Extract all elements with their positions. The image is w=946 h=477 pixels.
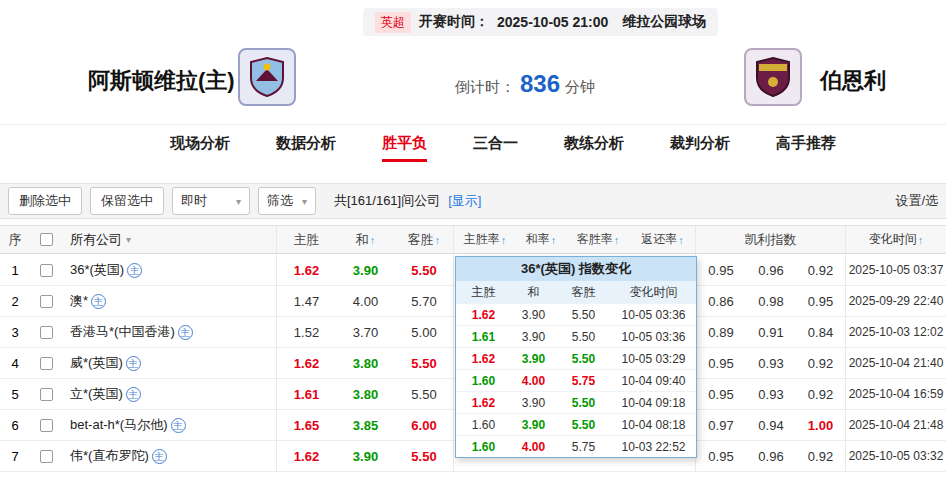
company-name[interactable]: 36*(英国)	[70, 261, 124, 279]
nav-tab-live-analysis[interactable]: 现场分析	[170, 125, 230, 162]
header-return-rate[interactable]: 返还率 ↑	[630, 226, 696, 253]
popup-odds-value: 5.50	[572, 352, 595, 366]
header-company[interactable]: 所有公司 ▾	[62, 226, 277, 253]
popup-odds-cell: 5.50	[556, 330, 611, 344]
odds-cell-home[interactable]: 1.65	[277, 410, 336, 440]
header-draw-rate[interactable]: 和率 ↑	[516, 226, 566, 253]
company-cell[interactable]: 伟*(直布罗陀)主	[62, 441, 277, 471]
odds-cell-away[interactable]: 5.50	[395, 379, 454, 409]
row-seq: 1	[0, 255, 30, 285]
odds-value: 3.80	[353, 387, 378, 402]
nav-tab-three-in-one[interactable]: 三合一	[473, 125, 518, 162]
popup-time-cell: 10-03 22:52	[611, 440, 696, 454]
odds-value: 5.70	[411, 294, 436, 309]
header-away-odds-label: 客胜	[408, 231, 434, 249]
filter-dropdown-label: 筛选	[267, 192, 293, 210]
row-checkbox[interactable]	[40, 388, 53, 401]
odds-cell-home[interactable]: 1.47	[277, 286, 336, 316]
nav-tab-data-analysis[interactable]: 数据分析	[276, 125, 336, 162]
odds-cell-away[interactable]: 5.50	[395, 441, 454, 471]
company-cell[interactable]: 香港马*(中国香港)主	[62, 317, 277, 347]
company-name[interactable]: 香港马*(中国香港)	[70, 323, 175, 341]
kelly-value: 0.94	[758, 418, 783, 433]
odds-cell-away[interactable]: 5.50	[395, 348, 454, 378]
popup-odds-cell: 4.00	[511, 440, 556, 454]
delete-selected-button[interactable]: 删除选中	[8, 187, 82, 215]
odds-cell-away[interactable]: 5.50	[395, 255, 454, 285]
instant-dropdown[interactable]: 即时 ▾	[172, 187, 250, 215]
header-home-odds[interactable]: 主胜	[277, 226, 336, 253]
company-name[interactable]: bet-at-h*(马尔他)	[70, 416, 168, 434]
kelly-cell-2: 0.92	[796, 348, 846, 378]
popup-row: 1.604.005.7510-03 22:52	[456, 435, 696, 457]
show-link[interactable]: [显示]	[448, 192, 481, 210]
nav-tab-coach-analysis[interactable]: 教练分析	[564, 125, 624, 162]
kelly-cell-1: 0.93	[746, 348, 796, 378]
nav-tab-win-draw-lose[interactable]: 胜平负	[382, 125, 427, 162]
away-team-crest	[744, 48, 802, 106]
nav-tab-referee-analysis[interactable]: 裁判分析	[670, 125, 730, 162]
settings-link[interactable]: 设置/选	[895, 192, 938, 210]
odds-value: 1.52	[294, 325, 319, 340]
odds-cell-home[interactable]: 1.61	[277, 379, 336, 409]
company-name[interactable]: 威*(英国)	[70, 354, 123, 372]
select-all-checkbox[interactable]	[40, 233, 53, 246]
odds-cell-draw[interactable]: 3.90	[336, 255, 395, 285]
odds-cell-draw[interactable]: 3.80	[336, 348, 395, 378]
row-seq: 2	[0, 286, 30, 316]
odds-cell-home[interactable]: 1.62	[277, 441, 336, 471]
dropdown-arrow-icon[interactable]: ▾	[126, 234, 131, 245]
filter-dropdown[interactable]: 筛选 ▾	[258, 187, 316, 215]
kelly-value: 0.92	[808, 356, 833, 371]
company-cell[interactable]: bet-at-h*(马尔他)主	[62, 410, 277, 440]
row-checkbox[interactable]	[40, 264, 53, 277]
company-cell[interactable]: 威*(英国)主	[62, 348, 277, 378]
odds-cell-away[interactable]: 6.00	[395, 410, 454, 440]
header-change-time[interactable]: 变化时间 ↑	[846, 226, 946, 253]
row-checkbox[interactable]	[40, 419, 53, 432]
popup-odds-value: 3.90	[522, 308, 545, 322]
kelly-value: 0.95	[808, 294, 833, 309]
odds-cell-home[interactable]: 1.62	[277, 348, 336, 378]
odds-cell-home[interactable]: 1.62	[277, 255, 336, 285]
company-cell[interactable]: 36*(英国)主	[62, 255, 277, 285]
row-checkbox[interactable]	[40, 295, 53, 308]
keep-selected-button[interactable]: 保留选中	[90, 187, 164, 215]
popup-odds-cell: 3.90	[511, 330, 556, 344]
kelly-cell-2: 0.84	[796, 317, 846, 347]
sort-arrow-icon: ↑	[551, 234, 557, 246]
odds-value: 1.62	[294, 263, 319, 278]
header-draw-odds[interactable]: 和 ↑	[336, 226, 395, 253]
header-away-odds[interactable]: 客胜 ↑	[395, 226, 454, 253]
popup-odds-cell: 5.50	[556, 308, 611, 322]
row-checkbox[interactable]	[40, 450, 53, 463]
company-cell[interactable]: 澳*主	[62, 286, 277, 316]
row-checkbox[interactable]	[40, 326, 53, 339]
header-home-rate[interactable]: 主胜率 ↑	[454, 226, 516, 253]
header-away-rate[interactable]: 客胜率 ↑	[566, 226, 630, 253]
popup-odds-cell: 1.60	[456, 440, 511, 454]
company-cell[interactable]: 立*(英国)主	[62, 379, 277, 409]
odds-cell-away[interactable]: 5.70	[395, 286, 454, 316]
odds-cell-draw[interactable]: 3.85	[336, 410, 395, 440]
row-checkbox-cell	[30, 255, 62, 285]
odds-cell-draw[interactable]: 3.80	[336, 379, 395, 409]
odds-cell-draw[interactable]: 4.00	[336, 286, 395, 316]
row-checkbox[interactable]	[40, 357, 53, 370]
kelly-cell-0: 0.95	[696, 441, 746, 471]
company-name[interactable]: 澳*	[70, 292, 88, 310]
company-name[interactable]: 立*(英国)	[70, 385, 123, 403]
kelly-value: 0.95	[708, 387, 733, 402]
odds-cell-home[interactable]: 1.52	[277, 317, 336, 347]
home-team-crest	[238, 48, 296, 106]
kickoff-time: 2025-10-05 21:00	[497, 14, 608, 30]
popup-odds-cell: 5.75	[556, 440, 611, 454]
odds-cell-draw[interactable]: 3.70	[336, 317, 395, 347]
odds-cell-draw[interactable]: 3.90	[336, 441, 395, 471]
company-name[interactable]: 伟*(直布罗陀)	[70, 447, 149, 465]
popup-odds-value: 3.90	[522, 352, 545, 366]
odds-cell-away[interactable]: 5.00	[395, 317, 454, 347]
change-time-cell: 2025-10-05 03:32	[846, 441, 946, 471]
nav-tab-expert-picks[interactable]: 高手推荐	[776, 125, 836, 162]
kelly-cell-0: 0.95	[696, 255, 746, 285]
